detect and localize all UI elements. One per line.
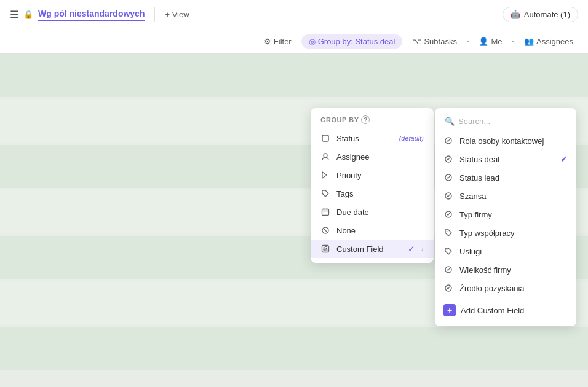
status-deal-label: Status deal: [459, 155, 554, 164]
subtasks-icon: ⌥: [412, 37, 421, 46]
dot-separator: •: [467, 38, 469, 45]
wielkosc-firmy-label: Wielkość firmy: [459, 265, 568, 275]
group-by-header-label: GROUP BY: [320, 116, 359, 123]
menu-item-custom-field[interactable]: Custom Field ✓ ›: [311, 240, 434, 258]
custom-field-label: Custom Field: [336, 244, 402, 254]
add-custom-field-label: Add Custom Field: [461, 306, 524, 315]
secondary-item-typ-firmy[interactable]: Typ firmy: [435, 205, 576, 224]
svg-point-2: [324, 192, 325, 193]
search-icon: 🔍: [445, 117, 455, 126]
assignee-icon: [320, 152, 330, 162]
filter-bar: ⚙ Filter ◎ Group by: Status deal ⌥ Subta…: [0, 29, 588, 54]
assignees-icon: 👥: [524, 37, 534, 46]
me-icon: 👤: [479, 37, 488, 46]
rola-icon: [443, 136, 453, 146]
group-by-label: Group by: Status deal: [318, 37, 395, 46]
secondary-dropdown: 🔍 Search... Rola osoby kontaktowej: [435, 108, 576, 326]
status-lead-icon: [443, 173, 453, 182]
tags-icon: [320, 189, 330, 198]
menu-item-priority[interactable]: Priority: [311, 166, 434, 184]
custom-field-check-icon: ✓: [408, 244, 415, 254]
filter-icon: ⚙: [264, 37, 271, 46]
secondary-item-typ-wspolpracy[interactable]: Typ współpracy: [435, 224, 576, 242]
filter-button[interactable]: ⚙ Filter: [259, 34, 296, 49]
due-date-icon: [320, 207, 330, 217]
status-icon: [320, 133, 330, 143]
dot-separator-2: •: [512, 38, 515, 45]
automate-button[interactable]: 🤖 Automate (1): [503, 7, 578, 22]
wielkosc-firmy-icon: [443, 265, 453, 275]
uslugi-label: Usługi: [459, 247, 568, 256]
szansa-label: Szansa: [459, 192, 568, 201]
group-by-icon: ◎: [309, 37, 316, 46]
top-bar-left: ☰ 🔒 Wg pól niestandardowych + View: [10, 7, 189, 22]
secondary-item-zrodlo[interactable]: Źródło pozyskania: [435, 279, 576, 297]
rola-label: Rola osoby kontaktowej: [459, 136, 568, 146]
add-custom-field-button[interactable]: + Add Custom Field: [435, 299, 576, 321]
automate-icon: 🤖: [511, 10, 520, 19]
page-title: Wg pól niestandardowych: [38, 9, 145, 21]
dropdown-header: GROUP BY ?: [311, 115, 434, 129]
assignees-button[interactable]: 👥 Assignees: [519, 34, 578, 49]
divider: [154, 7, 155, 22]
szansa-icon: [443, 191, 453, 201]
main-content: GROUP BY ? Status (default) Assignee: [0, 54, 588, 387]
uslugi-icon: [443, 246, 453, 256]
tags-label: Tags: [336, 189, 424, 198]
zrodlo-label: Źródło pozyskania: [459, 284, 568, 293]
svg-point-12: [447, 249, 448, 251]
status-deal-icon: [443, 154, 453, 164]
custom-field-icon: [320, 244, 330, 254]
none-icon: [320, 225, 330, 235]
filter-label: Filter: [274, 37, 292, 46]
menu-item-none[interactable]: None: [311, 221, 434, 240]
typ-firmy-icon: [443, 209, 453, 219]
stripe-7: [0, 327, 588, 370]
status-deal-check-icon: ✓: [560, 154, 568, 164]
status-label: Status: [336, 134, 392, 143]
add-view-button[interactable]: + View: [165, 10, 189, 19]
menu-item-status[interactable]: Status (default): [311, 129, 434, 147]
top-bar: ☰ 🔒 Wg pól niestandardowych + View 🤖 Aut…: [0, 0, 588, 29]
svg-point-1: [324, 154, 327, 157]
assignee-label: Assignee: [336, 152, 424, 162]
secondary-item-wielkosc-firmy[interactable]: Wielkość firmy: [435, 260, 576, 279]
assignees-label: Assignees: [536, 37, 573, 46]
me-label: Me: [491, 37, 502, 46]
menu-item-due-date[interactable]: Due date: [311, 203, 434, 221]
menu-icon[interactable]: ☰: [10, 9, 18, 20]
menu-item-assignee[interactable]: Assignee: [311, 147, 434, 166]
lock-icon: 🔒: [23, 10, 33, 19]
none-label: None: [336, 226, 424, 235]
secondary-item-szansa[interactable]: Szansa: [435, 187, 576, 205]
menu-item-tags[interactable]: Tags: [311, 184, 434, 203]
secondary-item-uslugi[interactable]: Usługi: [435, 242, 576, 260]
typ-firmy-label: Typ firmy: [459, 210, 568, 219]
status-lead-label: Status lead: [459, 173, 568, 182]
me-button[interactable]: 👤 Me: [474, 34, 507, 49]
svg-point-11: [447, 231, 448, 232]
status-default: (default): [399, 135, 424, 142]
search-placeholder[interactable]: Search...: [458, 117, 490, 126]
stripe-1: [0, 54, 588, 97]
due-date-label: Due date: [336, 208, 424, 217]
priority-label: Priority: [336, 171, 424, 180]
zrodlo-icon: [443, 283, 453, 293]
group-by-button[interactable]: ◎ Group by: Status deal: [301, 34, 403, 49]
help-icon[interactable]: ?: [361, 115, 370, 124]
secondary-item-status-deal[interactable]: Status deal ✓: [435, 150, 576, 168]
svg-rect-0: [322, 135, 328, 141]
typ-wspolpracy-label: Typ współpracy: [459, 229, 568, 238]
subtasks-button[interactable]: ⌥ Subtasks: [407, 34, 461, 49]
automate-label: Automate (1): [524, 10, 570, 19]
add-custom-field-icon: +: [443, 304, 456, 316]
svg-rect-3: [322, 209, 329, 216]
group-by-dropdown: GROUP BY ? Status (default) Assignee: [311, 108, 434, 263]
search-box: 🔍 Search...: [435, 113, 576, 131]
typ-wspolpracy-icon: [443, 228, 453, 238]
subtasks-label: Subtasks: [424, 37, 456, 46]
secondary-item-rola[interactable]: Rola osoby kontaktowej: [435, 131, 576, 150]
custom-field-arrow-icon: ›: [421, 244, 424, 253]
priority-icon: [320, 170, 330, 180]
secondary-item-status-lead[interactable]: Status lead: [435, 168, 576, 187]
